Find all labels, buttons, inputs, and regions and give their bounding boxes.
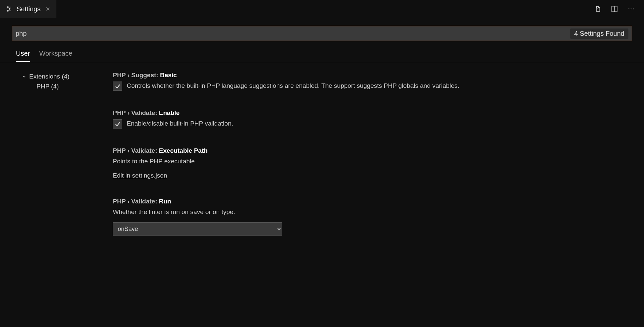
edit-in-settings-json-link[interactable]: Edit in settings.json (113, 172, 167, 179)
check-icon (114, 83, 120, 89)
tree-item-extensions[interactable]: Extensions (4) (12, 72, 105, 82)
scope-row: User Workspace (0, 45, 644, 62)
svg-point-4 (9, 8, 10, 9)
checkbox[interactable] (113, 119, 122, 129)
setting-name-label: Executable Path (159, 147, 208, 154)
tree-item-label: Extensions (4) (29, 73, 69, 80)
svg-point-3 (7, 7, 8, 8)
setting-php-validate-enable: PHP › Validate: Enable Enable/disable bu… (113, 109, 632, 129)
setting-scope-label: PHP › Validate: (113, 109, 157, 116)
setting-scope-label: PHP › Validate: (113, 147, 157, 154)
scope-tab-workspace[interactable]: Workspace (39, 50, 72, 62)
setting-title: PHP › Validate: Enable (113, 109, 632, 117)
setting-title: PHP › Validate: Run (113, 198, 632, 205)
checkbox[interactable] (113, 82, 122, 91)
setting-php-suggest-basic: PHP › Suggest: Basic Controls whether th… (113, 72, 632, 91)
validate-run-select[interactable]: onSave (113, 222, 282, 236)
tab-settings[interactable]: Settings (0, 0, 56, 18)
tree-item-label: PHP (4) (36, 83, 59, 90)
setting-name-label: Run (159, 198, 171, 205)
open-settings-json-icon[interactable] (594, 5, 602, 13)
scope-tab-user[interactable]: User (16, 50, 30, 62)
setting-scope-label: PHP › Suggest: (113, 72, 158, 79)
setting-description: Enable/disable built-in PHP validation. (127, 119, 233, 128)
setting-scope-label: PHP › Validate: (113, 198, 157, 205)
setting-name-label: Enable (159, 109, 179, 116)
svg-point-5 (7, 10, 8, 11)
setting-php-validate-executable-path: PHP › Validate: Executable Path Points t… (113, 147, 632, 179)
chevron-down-icon (22, 74, 27, 79)
setting-name-label: Basic (160, 72, 177, 79)
check-icon (114, 121, 120, 127)
settings-tree: Extensions (4) PHP (4) (12, 72, 105, 254)
title-actions (594, 5, 644, 13)
tab-label: Settings (17, 5, 40, 13)
svg-point-11 (631, 9, 632, 10)
search-input-wrap: 4 Settings Found (12, 26, 632, 41)
setting-description: Whether the linter is run on save or on … (113, 208, 632, 217)
split-editor-icon[interactable] (611, 5, 618, 13)
settings-list: PHP › Suggest: Basic Controls whether th… (105, 72, 632, 254)
search-input[interactable] (16, 26, 570, 41)
svg-point-10 (628, 9, 629, 10)
setting-description: Controls whether the built-in PHP langua… (127, 82, 459, 90)
setting-body: Controls whether the built-in PHP langua… (113, 82, 632, 91)
tab-group: Settings (0, 0, 56, 18)
more-actions-icon[interactable] (627, 5, 635, 13)
setting-description: Points to the PHP executable. (113, 157, 632, 166)
titlebar: Settings (0, 0, 644, 18)
tree-item-php[interactable]: PHP (4) (12, 82, 105, 91)
close-icon[interactable] (45, 6, 50, 12)
search-count-badge: 4 Settings Found (570, 28, 628, 39)
svg-point-12 (633, 9, 634, 10)
body-area: Extensions (4) PHP (4) PHP › Suggest: Ba… (0, 62, 644, 254)
setting-body: Enable/disable built-in PHP validation. (113, 119, 632, 129)
setting-title: PHP › Validate: Executable Path (113, 147, 632, 154)
setting-title: PHP › Suggest: Basic (113, 72, 632, 79)
search-row: 4 Settings Found (0, 18, 644, 45)
settings-list-icon (6, 6, 12, 12)
setting-php-validate-run: PHP › Validate: Run Whether the linter i… (113, 198, 632, 236)
